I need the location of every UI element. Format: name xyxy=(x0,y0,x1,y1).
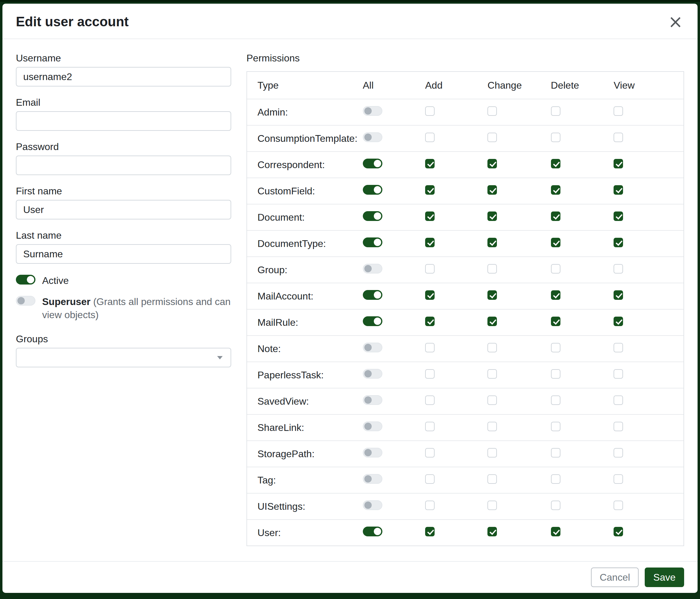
permission-change-checkbox[interactable] xyxy=(488,396,497,405)
permission-view-checkbox[interactable] xyxy=(614,474,623,484)
permission-delete-checkbox[interactable] xyxy=(551,159,560,168)
permission-view-checkbox[interactable] xyxy=(614,106,623,116)
permission-view-checkbox[interactable] xyxy=(614,501,623,510)
permission-delete-checkbox[interactable] xyxy=(551,527,560,536)
cancel-button[interactable]: Cancel xyxy=(591,568,639,587)
permission-delete-checkbox[interactable] xyxy=(551,343,560,352)
permission-change-checkbox[interactable] xyxy=(488,343,497,352)
permission-delete-checkbox[interactable] xyxy=(551,238,560,247)
active-label: Active xyxy=(42,275,69,286)
permission-add-checkbox[interactable] xyxy=(425,317,434,326)
permission-change-checkbox[interactable] xyxy=(488,159,497,168)
permission-add-checkbox[interactable] xyxy=(425,369,434,379)
last-name-field[interactable] xyxy=(16,244,231,264)
permission-all-toggle[interactable] xyxy=(363,316,382,326)
permission-add-checkbox[interactable] xyxy=(425,159,434,168)
permission-all-toggle[interactable] xyxy=(363,448,382,457)
permission-all-toggle[interactable] xyxy=(363,500,382,510)
table-row: StoragePath: xyxy=(247,440,683,467)
permission-add-checkbox[interactable] xyxy=(425,238,434,247)
permission-all-toggle[interactable] xyxy=(363,185,382,195)
permission-all-toggle[interactable] xyxy=(363,106,382,116)
permission-add-checkbox[interactable] xyxy=(425,106,434,116)
permission-all-toggle[interactable] xyxy=(363,132,382,142)
permission-delete-checkbox[interactable] xyxy=(551,317,560,326)
permission-change-checkbox[interactable] xyxy=(488,264,497,273)
permission-all-toggle[interactable] xyxy=(363,527,382,536)
permission-all-toggle[interactable] xyxy=(363,422,382,431)
permission-all-toggle[interactable] xyxy=(363,237,382,247)
permission-all-toggle[interactable] xyxy=(363,369,382,379)
permission-all-toggle[interactable] xyxy=(363,395,382,405)
permission-add-checkbox[interactable] xyxy=(425,290,434,300)
permission-view-checkbox[interactable] xyxy=(614,369,623,379)
close-icon[interactable]: × xyxy=(667,13,684,30)
permission-add-checkbox[interactable] xyxy=(425,422,434,431)
permission-change-checkbox[interactable] xyxy=(488,474,497,484)
permission-add-checkbox[interactable] xyxy=(425,343,434,352)
permission-all-toggle[interactable] xyxy=(363,264,382,273)
permission-delete-checkbox[interactable] xyxy=(551,106,560,116)
permission-add-checkbox[interactable] xyxy=(425,527,434,536)
permission-all-toggle[interactable] xyxy=(363,159,382,168)
permission-add-checkbox[interactable] xyxy=(425,212,434,221)
permission-change-checkbox[interactable] xyxy=(488,290,497,300)
permission-change-checkbox[interactable] xyxy=(488,527,497,536)
permission-change-checkbox[interactable] xyxy=(488,133,497,142)
permission-change-checkbox[interactable] xyxy=(488,212,497,221)
permission-change-checkbox[interactable] xyxy=(488,448,497,457)
permission-add-checkbox[interactable] xyxy=(425,264,434,273)
permission-delete-checkbox[interactable] xyxy=(551,264,560,273)
permission-view-checkbox[interactable] xyxy=(614,317,623,326)
permission-delete-checkbox[interactable] xyxy=(551,133,560,142)
permission-change-checkbox[interactable] xyxy=(488,185,497,195)
permission-change-checkbox[interactable] xyxy=(488,422,497,431)
permission-add-checkbox[interactable] xyxy=(425,396,434,405)
active-toggle[interactable] xyxy=(16,275,35,285)
password-field[interactable] xyxy=(16,155,231,175)
permission-change-checkbox[interactable] xyxy=(488,106,497,116)
permission-view-checkbox[interactable] xyxy=(614,422,623,431)
permission-add-checkbox[interactable] xyxy=(425,501,434,510)
permission-view-checkbox[interactable] xyxy=(614,185,623,195)
permission-add-checkbox[interactable] xyxy=(425,133,434,142)
permission-delete-checkbox[interactable] xyxy=(551,448,560,457)
permission-view-checkbox[interactable] xyxy=(614,290,623,300)
permission-change-checkbox[interactable] xyxy=(488,238,497,247)
permission-change-checkbox[interactable] xyxy=(488,369,497,379)
permission-all-toggle[interactable] xyxy=(363,211,382,221)
permission-view-checkbox[interactable] xyxy=(614,264,623,273)
save-button[interactable]: Save xyxy=(645,568,684,587)
permission-view-checkbox[interactable] xyxy=(614,448,623,457)
permission-all-toggle[interactable] xyxy=(363,290,382,300)
permission-add-checkbox[interactable] xyxy=(425,474,434,484)
permission-change-checkbox[interactable] xyxy=(488,501,497,510)
permission-view-checkbox[interactable] xyxy=(614,343,623,352)
permission-delete-checkbox[interactable] xyxy=(551,501,560,510)
table-row: DocumentType: xyxy=(247,230,683,257)
email-field[interactable] xyxy=(16,111,231,131)
permission-view-checkbox[interactable] xyxy=(614,527,623,536)
permission-view-checkbox[interactable] xyxy=(614,212,623,221)
permission-all-toggle[interactable] xyxy=(363,342,382,352)
first-name-field[interactable] xyxy=(16,200,231,219)
permission-delete-checkbox[interactable] xyxy=(551,396,560,405)
permission-delete-checkbox[interactable] xyxy=(551,212,560,221)
permission-view-checkbox[interactable] xyxy=(614,159,623,168)
permission-add-checkbox[interactable] xyxy=(425,448,434,457)
permission-view-checkbox[interactable] xyxy=(614,396,623,405)
permission-delete-checkbox[interactable] xyxy=(551,185,560,195)
table-row: PaperlessTask: xyxy=(247,362,683,388)
permission-view-checkbox[interactable] xyxy=(614,133,623,142)
username-input[interactable] xyxy=(16,67,231,87)
permission-delete-checkbox[interactable] xyxy=(551,474,560,484)
permission-change-checkbox[interactable] xyxy=(488,317,497,326)
superuser-toggle[interactable] xyxy=(16,296,35,306)
permission-view-checkbox[interactable] xyxy=(614,238,623,247)
permission-delete-checkbox[interactable] xyxy=(551,369,560,379)
permission-all-toggle[interactable] xyxy=(363,474,382,484)
groups-select[interactable] xyxy=(16,348,231,367)
permission-add-checkbox[interactable] xyxy=(425,185,434,195)
permission-delete-checkbox[interactable] xyxy=(551,290,560,300)
permission-delete-checkbox[interactable] xyxy=(551,422,560,431)
